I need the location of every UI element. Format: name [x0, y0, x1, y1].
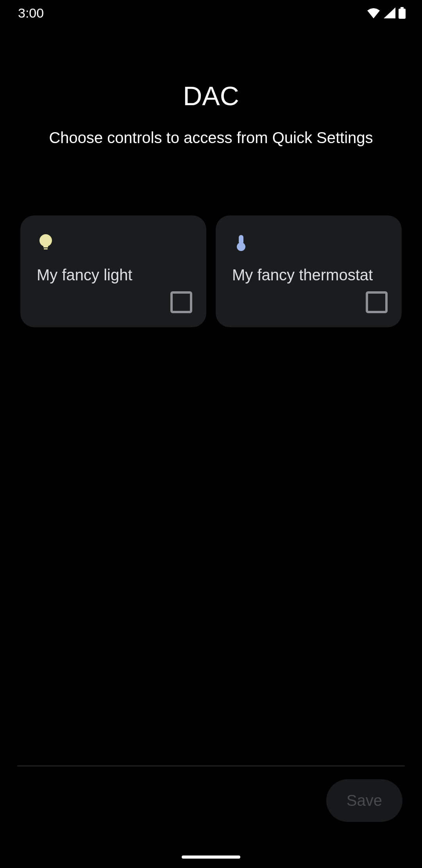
- svg-point-2: [39, 234, 52, 247]
- control-label: My fancy thermostat: [232, 266, 385, 284]
- svg-rect-3: [43, 246, 48, 247]
- divider: [17, 766, 405, 766]
- header: DAC Choose controls to access from Quick…: [0, 26, 422, 147]
- nav-handle[interactable]: [182, 855, 240, 859]
- status-time: 3:00: [18, 5, 44, 21]
- status-icons: [367, 7, 406, 19]
- control-checkbox-thermostat[interactable]: [366, 291, 388, 313]
- thermometer-icon: [232, 233, 250, 251]
- svg-rect-0: [399, 9, 406, 19]
- control-card-thermostat[interactable]: My fancy thermostat: [216, 215, 402, 327]
- wifi-icon: [367, 7, 381, 18]
- svg-rect-1: [401, 7, 404, 9]
- control-label: My fancy light: [37, 266, 190, 284]
- controls-grid: My fancy light My fancy thermostat: [0, 215, 422, 327]
- signal-icon: [384, 7, 395, 18]
- page-subtitle: Choose controls to access from Quick Set…: [0, 129, 422, 147]
- control-card-light[interactable]: My fancy light: [20, 215, 206, 327]
- svg-rect-4: [44, 248, 48, 249]
- battery-icon: [399, 7, 406, 19]
- control-checkbox-light[interactable]: [170, 291, 192, 313]
- page-title: DAC: [0, 81, 422, 111]
- status-bar: 3:00: [0, 0, 422, 26]
- save-button[interactable]: Save: [326, 779, 402, 822]
- lightbulb-icon: [37, 233, 55, 251]
- svg-point-6: [237, 242, 245, 251]
